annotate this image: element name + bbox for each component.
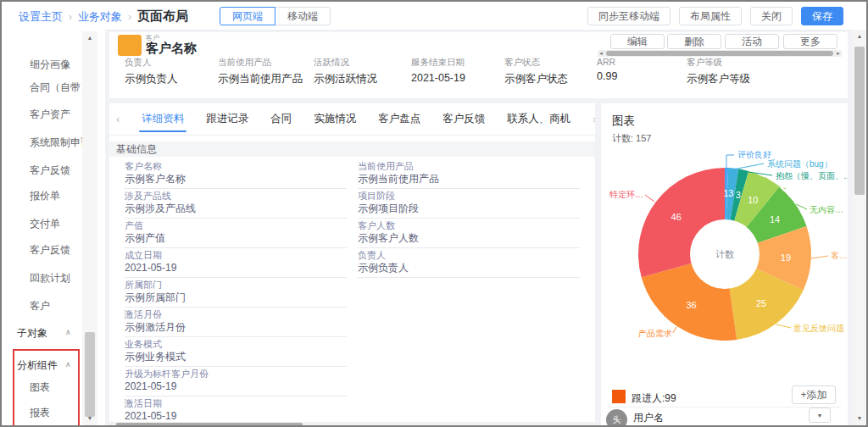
svg-text:-: - (783, 183, 786, 192)
chart-panel: 图表 计数: 157 计数133101419253646评价良好系统问题（bug… (601, 103, 848, 427)
scroll-left-icon[interactable]: ◄ (598, 50, 604, 57)
svg-text:产品需求: 产品需求 (638, 329, 672, 338)
field-label: 活跃情况 (314, 57, 377, 69)
detail-scrollbar-thumb[interactable] (116, 423, 303, 427)
form-column-left: 客户名称 示例客户名称 涉及产品线 示例涉及产品线 产值 示例产值 成立日期 2… (125, 161, 347, 427)
svg-text:3: 3 (728, 188, 733, 198)
field-value: 示例激活月份 (125, 322, 347, 337)
sidebar-item-payment-plan[interactable]: 回款计划 (30, 271, 84, 286)
svg-text:评价良好: 评价良好 (737, 150, 771, 159)
field-row: 负责人 示例负责人 (358, 250, 580, 280)
header-field: 当前使用产品 示例当前使用产品 (218, 57, 303, 86)
follower-count-label: 跟进人:99 (632, 391, 676, 406)
field-label: 业务模式 (125, 339, 347, 349)
field-label: 项目阶段 (358, 191, 580, 201)
chevron-up-icon[interactable]: ∧ (65, 328, 71, 336)
sidebar-item-contract-builtin[interactable]: 合同（自带） (30, 80, 84, 95)
detail-horizontal-scrollbar[interactable] (109, 422, 595, 427)
record-header-card: 客户 客户名称 负责人 示例负责人 当前使用产品 示例当前使用产品 活跃情况 示… (109, 32, 848, 98)
tab-detail-info[interactable]: 详细资料 (142, 103, 184, 135)
scroll-down-icon[interactable]: ▼ (853, 413, 866, 424)
sync-to-mobile-button[interactable]: 同步至移动端 (587, 7, 670, 25)
scroll-down-icon[interactable]: ▼ (82, 413, 97, 424)
field-row: 客户名称 示例客户名称 (125, 161, 347, 191)
field-label: 激活月份 (125, 309, 347, 319)
field-label: 当前使用产品 (358, 161, 580, 171)
more-button[interactable]: 更多 (783, 34, 837, 49)
header-field: 服务结束日期 2021-05-19 (411, 57, 465, 84)
device-toggle: 网页端 移动端 (220, 7, 331, 25)
breadcrumb-business-object[interactable]: 业务对象 (78, 9, 122, 25)
field-value: 示例客户名称 (125, 174, 347, 189)
field-value: 示例负责人 (125, 72, 178, 86)
field-label: 所属部门 (125, 280, 347, 290)
sidebar-item-customer-feedback-2[interactable]: 客户反馈 (30, 243, 84, 258)
field-value: 示例客户人数 (358, 233, 580, 248)
field-value: 0.99 (597, 70, 617, 82)
tab-implementation-status[interactable]: 实施情况 (314, 103, 356, 135)
sidebar-item-customer-feedback[interactable]: 客户反馈 (30, 164, 84, 178)
tab-customer-feedback[interactable]: 客户反馈 (442, 103, 485, 135)
header-field: 客户等级 示例客户等级 (687, 57, 750, 86)
sidebar-item-delivery-order[interactable]: 交付单 (30, 217, 84, 231)
svg-text:系统问题（bug）: 系统问题（bug） (767, 159, 832, 169)
sidebar-item-system-limit-request[interactable]: 系统限制申请明细 (30, 136, 82, 150)
page-scrollbar[interactable]: ▲ ▼ (853, 30, 866, 425)
field-value: 示例项目阶段 (358, 203, 580, 219)
follower-object-icon (612, 390, 626, 403)
breadcrumb-current-page: 页面布局 (137, 8, 188, 25)
field-value: 示例当前使用产品 (218, 72, 303, 86)
delete-button[interactable]: 删除 (667, 34, 721, 49)
page-layout-editor-window: 设置主页 › 业务对象 › 页面布局 网页端 移动端 同步至移动端 布局属性 关… (0, 0, 868, 427)
save-button[interactable]: 保存 (801, 7, 843, 25)
header-field: 活跃情况 示例活跃情况 (314, 57, 377, 86)
header-field: ARR 0.99 (597, 57, 617, 82)
header-field: 负责人 示例负责人 (125, 57, 178, 86)
avatar: 头 (606, 409, 627, 427)
svg-text:46: 46 (671, 212, 682, 222)
edit-button[interactable]: 编辑 (610, 34, 665, 49)
svg-text:14: 14 (770, 214, 780, 225)
field-label: 涉及产品线 (125, 191, 347, 201)
field-label: 客户状态 (504, 57, 568, 69)
web-client-toggle-button[interactable]: 网页端 (220, 7, 275, 25)
scroll-up-icon[interactable]: ▲ (82, 33, 97, 43)
section-basic-info: 基础信息 (109, 141, 595, 157)
tab-contacts-opportunities[interactable]: 联系人、商机 (507, 103, 570, 135)
sidebar-item-quotation[interactable]: 报价单 (30, 189, 84, 203)
sidebar-item-customer[interactable]: 客户 (30, 299, 84, 313)
activity-button[interactable]: 活动 (725, 34, 779, 49)
field-label: ARR (597, 57, 617, 67)
sidebar-scrollbar-thumb[interactable] (85, 332, 95, 417)
tab-customer-review[interactable]: 客户盘点 (378, 103, 420, 135)
field-row: 业务模式 示例业务模式 (125, 339, 347, 369)
follower-dropdown-button[interactable]: ▼ (809, 408, 831, 423)
donut-chart: 计数133101419253646评价良好系统问题（bug）抱怨（慢、页面、…-… (601, 146, 848, 353)
sidebar-group-sub-object[interactable]: 子对象 (17, 326, 47, 341)
field-row: 涉及产品线 示例涉及产品线 (125, 191, 347, 220)
sidebar-scrollbar[interactable]: ▲ ▼ (82, 31, 97, 425)
sidebar-item-customer-assets[interactable]: 客户资产 (30, 108, 84, 122)
tab-scroll-left-icon[interactable]: ‹ (116, 113, 120, 125)
tab-scroll-right-icon[interactable]: › (593, 113, 595, 125)
svg-text:3: 3 (736, 190, 741, 200)
svg-text:25: 25 (756, 298, 766, 308)
header-scrollbar-thumb[interactable] (606, 51, 833, 56)
field-row: 客户人数 示例客户人数 (358, 220, 580, 250)
add-follower-button[interactable]: +添加 (792, 385, 836, 404)
mobile-client-toggle-button[interactable]: 移动端 (275, 7, 331, 25)
layout-properties-button[interactable]: 布局属性 (679, 7, 742, 25)
close-button[interactable]: 关闭 (750, 7, 793, 25)
breadcrumb-settings-home[interactable]: 设置主页 (19, 9, 63, 25)
scroll-up-icon[interactable]: ▲ (853, 31, 866, 42)
page-scrollbar-thumb[interactable] (854, 47, 865, 195)
header-horizontal-scrollbar[interactable]: ◄ ► (598, 50, 842, 57)
tab-contract[interactable]: 合同 (270, 103, 292, 135)
field-row: 所属部门 示例所属部门 (125, 280, 347, 309)
sidebar-item-segment-profile[interactable]: 细分画像 (30, 58, 84, 72)
field-value: 2021-05-19 (125, 381, 347, 396)
scroll-right-icon[interactable]: ► (835, 50, 842, 57)
tab-follow-up-records[interactable]: 跟进记录 (206, 103, 248, 135)
field-value: 2021-05-19 (411, 72, 465, 84)
annotation-highlight-box (13, 349, 80, 427)
